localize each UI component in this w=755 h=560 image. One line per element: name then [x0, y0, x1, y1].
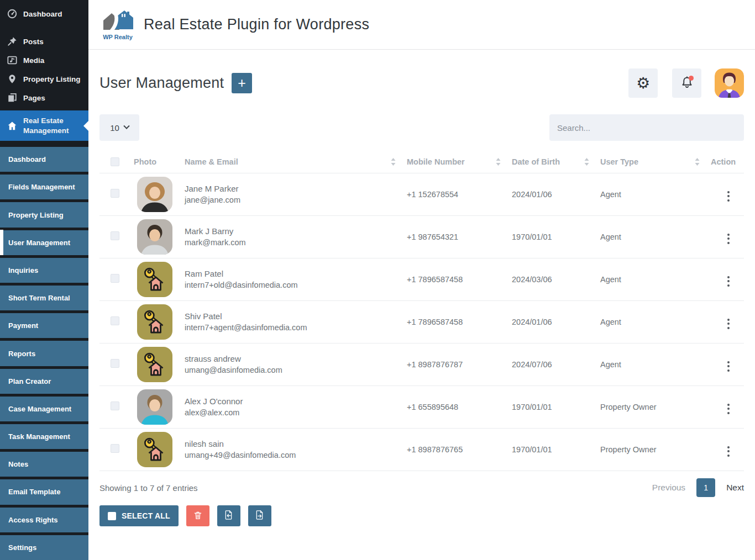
- add-user-button[interactable]: +: [232, 73, 252, 93]
- sidebar-main-items: DashboardPostsMediaProperty ListingPages…: [0, 0, 88, 141]
- submenu-item-fields-management[interactable]: Fields Management: [0, 172, 88, 199]
- submenu-item-user-management[interactable]: User Management: [0, 228, 88, 255]
- next-page-button[interactable]: Next: [726, 483, 744, 493]
- select-all-button[interactable]: SELECT ALL: [99, 505, 179, 526]
- row-photo-cell: [124, 347, 185, 382]
- submenu-item-dashboard[interactable]: Dashboard: [0, 144, 88, 172]
- user-dob: 1970/01/01: [512, 233, 600, 241]
- submenu-item-label: Property Listing: [8, 211, 64, 219]
- sort-icon[interactable]: [496, 158, 501, 166]
- user-photo: [137, 219, 172, 255]
- submenu-item-case-management[interactable]: Case Management: [0, 394, 88, 421]
- sidebar-item-real-estate-management[interactable]: Real Estate Management: [0, 110, 88, 141]
- table-row: Ram Patel intern7+old@dasinfomedia.com +…: [99, 258, 744, 300]
- profile-avatar-image: [715, 68, 744, 98]
- sidebar-item-label: Pages: [23, 94, 45, 102]
- row-checkbox[interactable]: [111, 274, 119, 283]
- delete-selected-button[interactable]: [186, 505, 209, 526]
- gauge-icon: [7, 9, 18, 19]
- submenu-item-notes[interactable]: Notes: [0, 449, 88, 477]
- sort-icon[interactable]: [391, 158, 396, 166]
- sidebar-item-dashboard[interactable]: Dashboard: [0, 4, 88, 23]
- select-all-header-checkbox[interactable]: [111, 157, 119, 166]
- kebab-menu-icon[interactable]: [725, 401, 732, 416]
- media-icon: [7, 55, 18, 65]
- row-action-cell: [711, 398, 744, 416]
- submenu-item-label: Task Management: [8, 432, 70, 441]
- page-title: User Management: [99, 75, 224, 92]
- column-mobile-number[interactable]: Mobile Number: [407, 157, 512, 166]
- sort-icon[interactable]: [584, 158, 589, 166]
- submenu-item-plan-creator[interactable]: Plan Creator: [0, 366, 88, 394]
- user-mobile: +1 8987876787: [407, 360, 512, 369]
- kebab-menu-icon[interactable]: [725, 189, 732, 204]
- sidebar-item-property-listing[interactable]: Property Listing: [0, 70, 88, 88]
- sidebar-item-pages[interactable]: Pages: [0, 88, 88, 107]
- submenu-item-label: Payment: [8, 321, 38, 330]
- column-name-email[interactable]: Name & Email: [185, 157, 407, 166]
- import-button[interactable]: [217, 505, 240, 526]
- user-type: Agent: [600, 360, 711, 369]
- row-checkbox[interactable]: [111, 231, 119, 240]
- row-select-cell: [99, 316, 124, 327]
- profile-avatar[interactable]: [715, 68, 744, 98]
- user-name: Alex J O'connor: [185, 395, 407, 408]
- kebab-menu-icon[interactable]: [725, 444, 732, 459]
- main-area: WP Realty Real Estate Plugin for Wordpre…: [88, 0, 755, 560]
- row-photo-cell: [124, 177, 185, 212]
- user-name: nilesh sain: [185, 438, 407, 450]
- kebab-menu-icon[interactable]: [725, 359, 732, 374]
- submenu-item-email-template[interactable]: Email Template: [0, 477, 88, 504]
- user-mobile: +1 7896587458: [407, 318, 512, 326]
- wordpress-sidebar: DashboardPostsMediaProperty ListingPages…: [0, 0, 88, 560]
- column-date-of-birth[interactable]: Date of Birth: [512, 157, 600, 166]
- user-type: Property Owner: [600, 403, 711, 411]
- submenu-item-short-term-rental[interactable]: Short Term Rental: [0, 283, 88, 310]
- column-photo: Photo: [124, 157, 185, 166]
- search-input[interactable]: [549, 114, 744, 141]
- wp-realty-logo-icon: [102, 9, 133, 33]
- row-name-cell: Alex J O'connor alex@alex.com: [185, 395, 407, 419]
- row-checkbox[interactable]: [111, 189, 119, 198]
- kebab-menu-icon[interactable]: [725, 316, 732, 331]
- wp-realty-logo[interactable]: WP Realty: [101, 9, 135, 40]
- submenu-item-settings[interactable]: Settings: [0, 532, 88, 560]
- column-user-type[interactable]: User Type: [600, 157, 711, 166]
- user-photo: [137, 177, 172, 212]
- file-import-icon: [223, 510, 234, 522]
- page-size-select[interactable]: 10: [99, 114, 139, 141]
- submenu-item-property-listing[interactable]: Property Listing: [0, 199, 88, 227]
- submenu-item-payment[interactable]: Payment: [0, 310, 88, 338]
- submenu-item-inquiries[interactable]: Inquiries: [0, 255, 88, 283]
- user-dob: 2024/01/06: [512, 318, 600, 326]
- user-dob: 1970/01/01: [512, 403, 600, 411]
- submenu-item-task-management[interactable]: Task Management: [0, 421, 88, 449]
- row-checkbox[interactable]: [111, 359, 119, 368]
- user-type: Agent: [600, 318, 711, 326]
- submenu-item-reports[interactable]: Reports: [0, 338, 88, 366]
- submenu-item-access-rights[interactable]: Access Rights: [0, 505, 88, 532]
- settings-button[interactable]: ⚙: [628, 68, 658, 98]
- kebab-menu-icon[interactable]: [725, 274, 732, 289]
- page-head: User Management + ⚙: [99, 68, 744, 98]
- row-checkbox[interactable]: [111, 401, 119, 410]
- table-row: strauss andrew umang@dasinfomedia.com +1…: [99, 343, 744, 385]
- row-checkbox[interactable]: [111, 316, 119, 325]
- sort-icon[interactable]: [695, 158, 700, 166]
- export-button[interactable]: [248, 505, 271, 526]
- sidebar-item-media[interactable]: Media: [0, 51, 88, 70]
- previous-page-button[interactable]: Previous: [652, 483, 685, 493]
- user-email: alex@alex.com: [185, 407, 407, 419]
- page-number-button[interactable]: 1: [696, 478, 715, 497]
- kebab-menu-icon[interactable]: [725, 231, 732, 246]
- notifications-button[interactable]: [672, 68, 701, 98]
- user-name: Jane M Parker: [185, 183, 407, 195]
- sidebar-item-posts[interactable]: Posts: [0, 32, 88, 51]
- notification-dot: [689, 76, 694, 81]
- header-actions: ⚙: [614, 68, 744, 98]
- row-name-cell: Mark J Barny mark@mark.com: [185, 225, 407, 249]
- row-checkbox[interactable]: [111, 444, 119, 453]
- row-photo-cell: [124, 304, 185, 340]
- user-photo: [137, 432, 172, 467]
- user-name: strauss andrew: [185, 353, 407, 365]
